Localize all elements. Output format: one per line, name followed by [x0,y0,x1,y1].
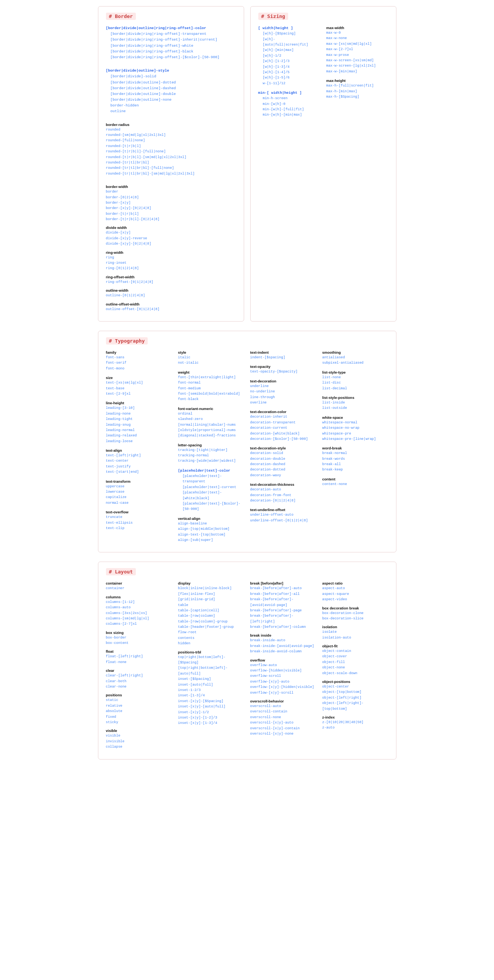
bw6: border-[t|r|b|l]-[0|2|4|8] [106,217,236,222]
tt4: normal-case [106,500,172,506]
br3: rounded-[full|none] [106,138,236,143]
bw1: border [106,189,236,194]
pos1: static [106,697,172,703]
layout-title: # Layout [106,568,136,575]
os2: overscroll-contain [250,709,316,714]
br7: rounded-[tr|tl|br|bl] [106,160,236,165]
positions-trbl-group: positions-trbl top|right|bottom|left]-[$… [178,650,244,726]
bc1: [border|divide|ring|ring-offset]-transpa… [106,31,236,37]
os1: overscroll-auto [250,704,316,709]
disp10: contents [178,635,244,641]
dc-title: text-decoration-color [250,410,287,414]
lh5: leading-normal [106,428,172,433]
text-opacity-group: text-opacity text-opacity-[$opacity] [250,364,316,374]
style-title: style [178,350,186,354]
typography-section: # Typography family font-sans font-serif… [98,331,396,552]
sizing-left: [ width|height ] [w|h]-[$Spacing] [w|h]-… [258,25,320,121]
s1: text-[xs|sm|lg|xl] [106,380,172,385]
zi1: z-[0|10|20|30|40|50] [322,720,388,725]
ta2: text-center [106,458,172,464]
trbl3: inset-[$Spacing] [178,676,244,682]
disp-title: display [178,581,191,585]
border-style-header: [border|divide|outline]-style [106,68,236,74]
text-transform-group: text-transform uppercase lowercase capit… [106,479,172,506]
va-title: vertical-align [178,516,201,521]
of3: object-fill [322,660,388,665]
disp8: table-[header|footer]-group [178,624,244,630]
content-group: content content-none [322,477,388,487]
uo1: underline-offset-auto [250,512,316,518]
col3: columns-[3xs|2xs|xs] [106,611,172,616]
w2: font-normal [178,380,244,385]
ta3: text-justify [106,464,172,469]
float1: float-[left|right] [106,654,172,659]
layout-inner: container container columns columns-[1-1… [106,581,388,753]
break-before-after-group: break [before|after] break-[before|after… [250,581,316,630]
dth1: decoration-auto [250,487,316,492]
weight-group: weight font-[thin|extralight|light] font… [178,370,244,402]
op4: object-[left|right]-[top|bottom] [322,701,388,712]
va4: align-[sub|super] [178,537,244,543]
sizing-inner: [ width|height ] [w|h]-[$Spacing] [w|h]-… [258,25,388,121]
line-height-group: line-height leading-[3-10] leading-none … [106,400,172,444]
to-title: text-opacity [250,364,271,369]
bba5: break-[before|after]-[left|right] [250,613,316,624]
size-group: size text-[xs|sm|lg|xl] text-base text-[… [106,375,172,397]
mwh3: min-[w|h]-[full|fit] [258,107,320,112]
ov6: overflow-[x|y]-scroll [250,690,316,696]
border-title: # Border [106,13,136,20]
mwh4: min-[w|h]-[min|max] [258,112,320,118]
typo-col3: text-indent indent-[$spacing] text-opaci… [250,350,316,546]
wh6: [w|h]-[1-3]/4 [258,64,320,70]
bw-title: border-width [106,185,128,189]
uo2: underline-offset-[0|1|2|4|8] [250,518,316,523]
br8: rounded-[tr|tl|br|bl]-[full|none] [106,165,236,171]
mxh3: max-h-[$Spacing] [326,94,388,100]
text-align-group: text-align text-[left|right] text-center… [106,448,172,475]
tov1: truncate [106,514,172,520]
ar3: aspect-video [322,597,388,602]
sizing-right: max-width max-w-0 max-w-none max-w-[xs|s… [326,25,388,121]
bw2: border-[0|2|4|8] [106,195,236,200]
mxh1: max-h-[full|screen|fit] [326,83,388,88]
clear1: clear-[left|right] [106,673,172,678]
wh4: [w|h]-1/2 [258,53,320,59]
ov4: overflow-[x|y]-auto [250,679,316,684]
ov3: overflow-scroll [250,673,316,679]
mxw7: max-w-screen-[lg|xl|2xl] [326,63,388,69]
clear3: clear-none [106,684,172,689]
fvn-title: font-variant-numeric [178,407,213,411]
ws-title: white-space [322,415,343,420]
bs3: [border|divide|outline]-dashed [106,85,236,91]
bc3: [border|divide|ring|ring-offset]-white [106,43,236,49]
mxw-title: max-width [326,26,344,30]
mxw3: max-w-[xs|sm|md|lg|xl] [326,41,388,47]
lh-title: line-height [106,401,124,405]
z-index-group: z-index z-[0|10|20|30|40|50] z-auto [322,715,388,731]
br5: rounded-[t|r|b|l]-[full|none] [106,149,236,154]
bs2: [border|divide|outline]-dotted [106,80,236,85]
fvn5: [diagonal|stacked]-fractions [178,433,244,438]
dw3: divide-[x|y]-[0|2|4|8] [106,241,236,247]
display-group: display block|inline|inline-block] [flex… [178,581,244,646]
wh7: [w|h]-[1-4]/5 [258,70,320,75]
wh-header: [ width|height ] [258,25,320,31]
bs4: [border|divide|outline]-double [106,91,236,97]
ar1: aspect-auto [322,586,388,591]
os5: overscroll-[x|y]-contain [250,726,316,731]
lst2: list-disc [322,380,388,385]
of4: object-none [322,665,388,670]
br2: rounded-[sm|md|lg|xl|2xl|3xl] [106,132,236,138]
bba-title: break [before|after] [250,581,284,585]
size-title: size [106,376,113,380]
ta1: text-[left|right] [106,453,172,458]
bsz2: box-content [106,640,172,646]
pc3: [placeholder|text]-[white|black] [178,490,244,501]
ls3: tracking-[wide|wider|widest] [178,458,244,464]
border-style-group: [border|divide|outline]-style [border|di… [106,68,236,114]
pos4: fixed [106,714,172,720]
os3: overscroll-none [250,715,316,720]
fvn3: [normal|lining|tabular]-nums [178,422,244,428]
lst-title: list-style-type [322,370,346,374]
ow-title: outline-width [106,288,129,292]
